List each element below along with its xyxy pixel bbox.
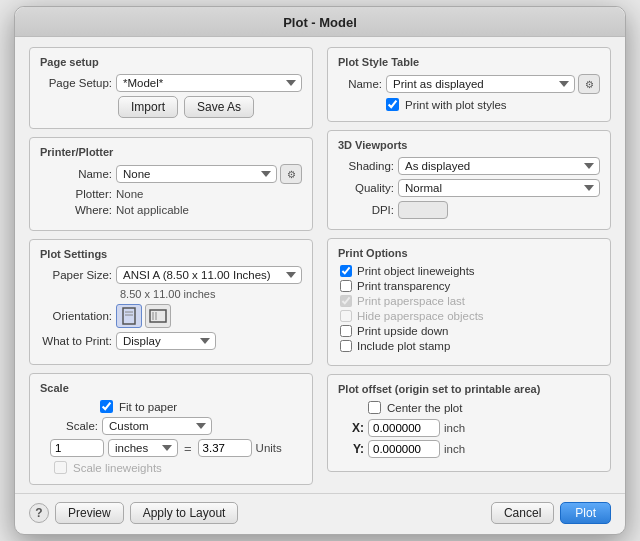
print-with-styles-label: Print with plot styles xyxy=(405,99,507,111)
svg-rect-3 xyxy=(150,310,166,322)
where-value: Not applicable xyxy=(116,204,189,216)
orientation-label: Orientation: xyxy=(40,310,112,322)
printer-properties-button[interactable]: ⚙ xyxy=(280,164,302,184)
orientation-buttons xyxy=(116,304,171,328)
y-label: Y: xyxy=(338,442,364,456)
what-to-print-label: What to Print: xyxy=(40,335,112,347)
shading-label: Shading: xyxy=(338,160,394,172)
scale-lineweights-label: Scale lineweights xyxy=(73,462,162,474)
y-unit: inch xyxy=(444,443,465,455)
fit-to-paper-checkbox[interactable] xyxy=(100,400,113,413)
scale-label: Scale: xyxy=(40,420,98,432)
plotter-value: None xyxy=(116,188,144,200)
plot-button[interactable]: Plot xyxy=(560,502,611,524)
footer-left: ? Preview Apply to Layout xyxy=(29,502,238,524)
apply-to-layout-button[interactable]: Apply to Layout xyxy=(130,502,239,524)
save-as-button[interactable]: Save As xyxy=(184,96,254,118)
dialog-title-bar: Plot - Model xyxy=(15,7,625,37)
print-upside-down-checkbox[interactable] xyxy=(340,325,352,337)
print-lineweights-checkbox[interactable] xyxy=(340,265,352,277)
scale-title: Scale xyxy=(40,382,302,394)
printer-plotter-title: Printer/Plotter xyxy=(40,146,302,158)
plot-dialog: Plot - Model Page setup Page Setup: *Mod… xyxy=(14,6,626,535)
paper-size-label: Paper Size: xyxy=(40,269,112,281)
help-button[interactable]: ? xyxy=(29,503,49,523)
page-setup-title: Page setup xyxy=(40,56,302,68)
plot-settings-title: Plot Settings xyxy=(40,248,302,260)
preview-button[interactable]: Preview xyxy=(55,502,124,524)
y-offset-input[interactable] xyxy=(368,440,440,458)
page-setup-label: Page Setup: xyxy=(40,77,112,89)
dpi-input xyxy=(398,201,448,219)
plot-settings-section: Plot Settings Paper Size: ANSI A (8.50 x… xyxy=(29,239,313,365)
quality-label: Quality: xyxy=(338,182,394,194)
printer-plotter-section: Printer/Plotter Name: None ⚙ Plotter: No… xyxy=(29,137,313,231)
print-paperspace-last-label: Print paperspace last xyxy=(357,295,465,307)
dialog-title: Plot - Model xyxy=(283,15,357,30)
plot-style-select[interactable]: Print as displayed xyxy=(386,75,575,93)
dialog-footer: ? Preview Apply to Layout Cancel Plot xyxy=(15,493,625,534)
printer-name-label: Name: xyxy=(40,168,112,180)
svg-rect-0 xyxy=(123,308,135,324)
dpi-label: DPI: xyxy=(338,204,394,216)
plot-offset-section: Plot offset (origin set to printable are… xyxy=(327,374,611,472)
x-offset-input[interactable] xyxy=(368,419,440,437)
cancel-button[interactable]: Cancel xyxy=(491,502,554,524)
hide-paperspace-label: Hide paperspace objects xyxy=(357,310,484,322)
center-plot-checkbox[interactable] xyxy=(368,401,381,414)
x-unit: inch xyxy=(444,422,465,434)
print-options-title: Print Options xyxy=(338,247,600,259)
center-plot-label: Center the plot xyxy=(387,402,462,414)
landscape-button[interactable] xyxy=(145,304,171,328)
include-plot-stamp-checkbox[interactable] xyxy=(340,340,352,352)
paper-size-info: 8.50 x 11.00 inches xyxy=(40,288,302,300)
printer-name-select[interactable]: None xyxy=(116,165,277,183)
shading-select[interactable]: As displayed xyxy=(398,157,600,175)
print-paperspace-last-checkbox[interactable] xyxy=(340,295,352,307)
plot-offset-title: Plot offset (origin set to printable are… xyxy=(338,383,600,395)
plot-style-name-label: Name: xyxy=(338,78,382,90)
where-label: Where: xyxy=(40,204,112,216)
scale-lineweights-checkbox[interactable] xyxy=(54,461,67,474)
scale-select[interactable]: Custom xyxy=(102,417,212,435)
scale-units-input[interactable] xyxy=(198,439,252,457)
quality-select[interactable]: Normal xyxy=(398,179,600,197)
what-to-print-select[interactable]: Display xyxy=(116,332,216,350)
scale-section: Scale Fit to paper Scale: Custom inches xyxy=(29,373,313,485)
scale-unit-select[interactable]: inches xyxy=(108,439,178,457)
equals-sign: = xyxy=(182,441,194,456)
plot-style-table-section: Plot Style Table Name: Print as displaye… xyxy=(327,47,611,122)
print-with-styles-checkbox[interactable] xyxy=(386,98,399,111)
viewports-3d-title: 3D Viewports xyxy=(338,139,600,151)
portrait-button[interactable] xyxy=(116,304,142,328)
viewports-3d-section: 3D Viewports Shading: As displayed Quali… xyxy=(327,130,611,230)
page-setup-select[interactable]: *Model* xyxy=(116,74,302,92)
footer-right: Cancel Plot xyxy=(491,502,611,524)
import-button[interactable]: Import xyxy=(118,96,178,118)
page-setup-section: Page setup Page Setup: *Model* Import Sa… xyxy=(29,47,313,129)
hide-paperspace-checkbox[interactable] xyxy=(340,310,352,322)
plotter-label: Plotter: xyxy=(40,188,112,200)
include-plot-stamp-label: Include plot stamp xyxy=(357,340,450,352)
x-label: X: xyxy=(338,421,364,435)
plot-style-table-title: Plot Style Table xyxy=(338,56,600,68)
units-label: Units xyxy=(256,442,282,454)
print-upside-down-label: Print upside down xyxy=(357,325,448,337)
paper-size-select[interactable]: ANSI A (8.50 x 11.00 Inches) xyxy=(116,266,302,284)
print-lineweights-label: Print object lineweights xyxy=(357,265,475,277)
print-transparency-label: Print transparency xyxy=(357,280,450,292)
print-options-section: Print Options Print object lineweights P… xyxy=(327,238,611,366)
fit-to-paper-label: Fit to paper xyxy=(119,401,177,413)
print-transparency-checkbox[interactable] xyxy=(340,280,352,292)
scale-num-input[interactable] xyxy=(50,439,104,457)
plot-style-edit-button[interactable]: ⚙ xyxy=(578,74,600,94)
